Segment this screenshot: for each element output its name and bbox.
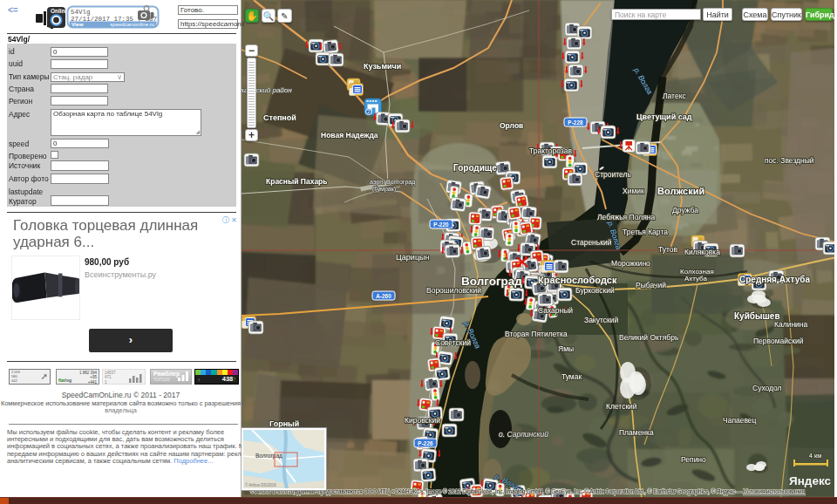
svg-text:Волгоград: Волгоград [255,453,282,460]
svg-text:Тумак: Тумак [561,372,582,381]
svg-text:Третья Карта: Третья Карта [623,228,668,236]
svg-text:пос. Звездный: пос. Звездный [765,156,814,165]
svg-text:Горный: Горный [269,419,299,428]
svg-text:Красный Пахарь: Красный Пахарь [266,177,328,186]
svg-text:Старенький: Старенький [571,238,612,247]
svg-text:Химик: Химик [623,187,644,195]
svg-text:Кировский: Кировский [405,416,440,425]
svg-text:Тракторозав: Тракторозав [529,146,572,155]
svg-text:Ямы: Ямы [558,344,574,353]
svg-text:Степной: Степной [263,113,296,122]
svg-text:Ворошиловский: Ворошиловский [426,286,481,295]
svg-text:Клетский: Клетский [606,402,637,411]
svg-text:(Гумрак): (Гумрак) [372,186,396,193]
svg-text:4 км: 4 км [809,452,822,460]
svg-text:Латекс: Латекс [663,92,686,100]
svg-text:© Airbus DS/2016, данные предо: © Airbus DS/2016, данные предоставляются… [250,488,805,495]
svg-text:Ахтуба: Ахтуба [684,275,707,283]
svg-text:Сахарный: Сахарный [538,306,573,315]
svg-text:Новая Надежда: Новая Надежда [321,131,378,140]
svg-text:аэрп. Волгоград: аэрп. Волгоград [370,179,415,186]
svg-text:Бурковский: Бурковский [575,286,615,295]
svg-text:Краснослободск: Краснослободск [538,275,617,285]
svg-text:Цветущий сад: Цветущий сад [636,112,692,121]
svg-text:Куйбышев: Куйбышев [734,311,780,321]
svg-text:Лебяжья Поляна: Лебяжья Поляна [597,213,655,221]
svg-text:Киляковка: Киляковка [684,248,720,256]
svg-text:View: View [71,22,84,27]
svg-text:Вторая Пятилетка: Вторая Пятилетка [505,330,568,338]
svg-text:Рыбачий: Рыбачий [636,281,666,289]
svg-text:о. Сарпинский: о. Сарпинский [499,430,548,439]
svg-text:Р-226: Р-226 [418,440,433,446]
svg-text:Средняя Ахтуба: Средняя Ахтуба [739,275,810,284]
svg-text:Первомайский: Первомайский [753,337,804,345]
svg-text:Морожкино: Морожкино [611,259,650,268]
svg-text:Орлов: Орлов [500,121,523,130]
svg-text:Городище: Городище [453,163,497,173]
svg-text:Тутов: Тутов [658,245,677,254]
svg-text:Суходол: Суходол [752,384,782,392]
svg-text:Великий Октябрь: Великий Октябрь [619,333,679,342]
svg-text:А-260: А-260 [376,293,391,299]
svg-text:speedcamonline.ru: speedcamonline.ru [110,22,154,27]
svg-text:Калинина: Калинина [774,320,808,329]
svg-text:Советский: Советский [435,338,471,347]
svg-text:Пламенка: Пламенка [619,428,654,437]
svg-text:Закутский: Закутский [584,316,618,324]
svg-text:Царицын: Царицын [396,253,430,262]
svg-text:© Airbus DS/2016: © Airbus DS/2016 [245,482,276,487]
svg-text:54Vlg: 54Vlg [71,9,91,16]
svg-text:Online: Online [51,8,69,14]
svg-text:Яндекс: Яндекс [789,474,832,487]
svg-text:Строитель: Строитель [595,170,631,179]
svg-text:Чапаевец: Чапаевец [723,416,757,425]
svg-text:Р-228: Р-228 [568,119,583,126]
svg-text:Р-220: Р-220 [433,221,449,228]
svg-text:Волжский: Волжский [657,186,704,196]
svg-text:Репино: Репино [681,455,706,464]
svg-text:Дружба: Дружба [672,206,698,215]
svg-text:Кузьмичи: Кузьмичи [364,62,401,71]
